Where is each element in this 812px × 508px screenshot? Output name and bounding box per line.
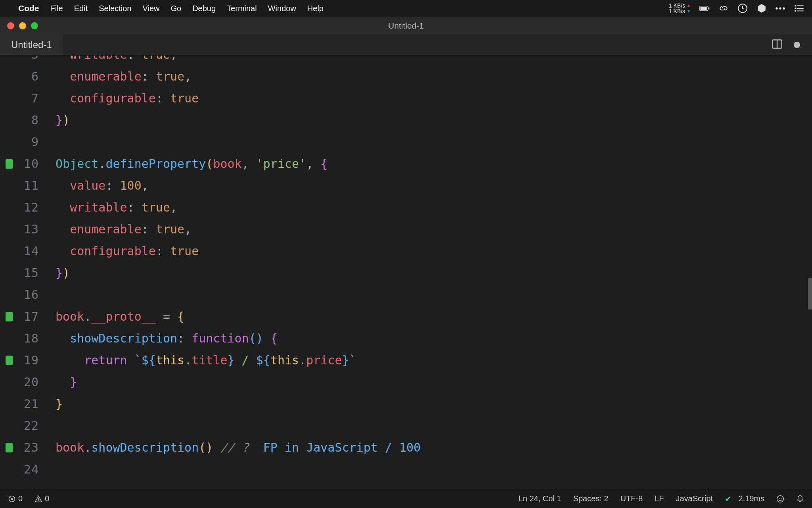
status-bell-icon[interactable] bbox=[796, 495, 804, 503]
line-number[interactable]: 7 bbox=[0, 87, 56, 109]
status-language[interactable]: JavaScript bbox=[676, 494, 712, 503]
status-encoding[interactable]: UTF-8 bbox=[620, 494, 643, 503]
network-speed-indicator[interactable]: 1 KB/s▲ 1 KB/s▼ bbox=[669, 3, 691, 14]
line-content[interactable]: } bbox=[56, 371, 77, 393]
status-warnings[interactable]: 0 bbox=[34, 494, 49, 503]
status-errors[interactable]: 0 bbox=[8, 494, 23, 503]
clock-icon[interactable] bbox=[737, 4, 748, 13]
svg-point-18 bbox=[779, 498, 779, 498]
code-line[interactable]: 9 bbox=[0, 131, 812, 153]
line-number[interactable]: 15 bbox=[0, 262, 56, 284]
svg-point-19 bbox=[781, 498, 781, 498]
code-line[interactable]: 12 writable: true, bbox=[0, 196, 812, 218]
line-content[interactable]: book.showDescription() // ? FP in JavaSc… bbox=[56, 437, 421, 458]
status-indent[interactable]: Spaces: 2 bbox=[573, 494, 609, 503]
line-number[interactable]: 10 bbox=[0, 153, 56, 175]
code-editor[interactable]: 5 writable: true,6 enumerable: true,7 co… bbox=[0, 56, 812, 489]
list-icon[interactable] bbox=[795, 4, 805, 13]
code-lines[interactable]: 5 writable: true,6 enumerable: true,7 co… bbox=[0, 56, 812, 480]
status-eol[interactable]: LF bbox=[655, 494, 664, 503]
code-line[interactable]: 20 } bbox=[0, 371, 812, 393]
app-name[interactable]: Code bbox=[18, 4, 39, 13]
line-content[interactable]: }) bbox=[56, 109, 70, 131]
scrollbar-thumb[interactable] bbox=[808, 278, 812, 310]
minimize-window-button[interactable] bbox=[19, 22, 26, 29]
code-line[interactable]: 19 return `${this.title} / ${this.price}… bbox=[0, 349, 812, 371]
line-number[interactable]: 19 bbox=[0, 349, 56, 371]
code-line[interactable]: 21} bbox=[0, 393, 812, 415]
dirty-indicator-icon[interactable] bbox=[794, 42, 800, 48]
link-icon[interactable] bbox=[718, 4, 729, 13]
menu-edit[interactable]: Edit bbox=[74, 4, 88, 13]
svg-point-16 bbox=[38, 500, 39, 501]
battery-icon[interactable] bbox=[699, 4, 710, 13]
status-cursor[interactable]: Ln 24, Col 1 bbox=[519, 494, 561, 503]
svg-rect-1 bbox=[709, 8, 709, 10]
line-content[interactable]: enumerable: true, bbox=[56, 218, 192, 240]
cube-icon[interactable] bbox=[756, 4, 767, 13]
code-line[interactable]: 5 writable: true, bbox=[0, 56, 812, 65]
menu-selection[interactable]: Selection bbox=[99, 4, 131, 13]
code-line[interactable]: 16 bbox=[0, 284, 812, 306]
line-number[interactable]: 13 bbox=[0, 218, 56, 240]
line-content[interactable]: showDescription: function() { bbox=[56, 327, 278, 349]
line-number[interactable]: 11 bbox=[0, 175, 56, 196]
fullscreen-window-button[interactable] bbox=[31, 22, 38, 29]
menu-terminal[interactable]: Terminal bbox=[227, 4, 257, 13]
code-line[interactable]: 10Object.defineProperty(book, 'price', { bbox=[0, 153, 812, 175]
line-number[interactable]: 6 bbox=[0, 65, 56, 87]
line-content[interactable]: }) bbox=[56, 262, 70, 284]
code-line[interactable]: 11 value: 100, bbox=[0, 175, 812, 196]
line-number[interactable]: 20 bbox=[0, 371, 56, 393]
tab-untitled-1[interactable]: Untitled-1 bbox=[0, 34, 63, 55]
line-number[interactable]: 16 bbox=[0, 284, 56, 306]
line-number[interactable]: 17 bbox=[0, 306, 56, 327]
code-line[interactable]: 15}) bbox=[0, 262, 812, 284]
line-content[interactable]: value: 100, bbox=[56, 175, 149, 196]
code-line[interactable]: 22 bbox=[0, 415, 812, 437]
status-quokka[interactable]: ✔ 2.19ms bbox=[725, 494, 764, 504]
line-number[interactable]: 24 bbox=[0, 458, 56, 480]
statusbar: 0 0 Ln 24, Col 1 Spaces: 2 UTF-8 LF Java… bbox=[0, 489, 812, 508]
line-content[interactable]: configurable: true bbox=[56, 87, 199, 109]
line-number[interactable]: 14 bbox=[0, 240, 56, 262]
line-number[interactable]: 22 bbox=[0, 415, 56, 437]
line-content[interactable]: return `${this.title} / ${this.price}` bbox=[56, 349, 356, 371]
code-line[interactable]: 8}) bbox=[0, 109, 812, 131]
menu-go[interactable]: Go bbox=[170, 4, 181, 13]
close-window-button[interactable] bbox=[7, 22, 14, 29]
line-content[interactable]: configurable: true bbox=[56, 240, 199, 262]
line-number[interactable]: 12 bbox=[0, 196, 56, 218]
line-number[interactable]: 8 bbox=[0, 109, 56, 131]
line-content[interactable]: } bbox=[56, 393, 63, 415]
line-number[interactable]: 5 bbox=[0, 56, 56, 65]
code-line[interactable]: 24 bbox=[0, 458, 812, 480]
menu-window[interactable]: Window bbox=[268, 4, 296, 13]
svg-point-7 bbox=[795, 5, 796, 6]
code-line[interactable]: 13 enumerable: true, bbox=[0, 218, 812, 240]
line-number[interactable]: 21 bbox=[0, 393, 56, 415]
line-content[interactable]: writable: true, bbox=[56, 56, 177, 65]
line-content[interactable]: enumerable: true, bbox=[56, 65, 192, 87]
line-content[interactable]: writable: true, bbox=[56, 196, 177, 218]
menu-view[interactable]: View bbox=[142, 4, 159, 13]
more-icon[interactable]: ••• bbox=[776, 4, 786, 13]
code-line[interactable]: 14 configurable: true bbox=[0, 240, 812, 262]
code-line[interactable]: 18 showDescription: function() { bbox=[0, 327, 812, 349]
line-number[interactable]: 18 bbox=[0, 327, 56, 349]
code-line[interactable]: 7 configurable: true bbox=[0, 87, 812, 109]
code-line[interactable]: 6 enumerable: true, bbox=[0, 65, 812, 87]
window-title: Untitled-1 bbox=[388, 21, 424, 31]
code-line[interactable]: 23book.showDescription() // ? FP in Java… bbox=[0, 437, 812, 458]
window-titlebar: Untitled-1 bbox=[0, 17, 812, 34]
menu-debug[interactable]: Debug bbox=[192, 4, 216, 13]
line-content[interactable]: book.__proto__ = { bbox=[56, 306, 184, 327]
line-content[interactable]: Object.defineProperty(book, 'price', { bbox=[56, 153, 327, 175]
menu-file[interactable]: File bbox=[50, 4, 63, 13]
split-editor-icon[interactable] bbox=[772, 38, 783, 51]
status-smiley-icon[interactable] bbox=[776, 495, 784, 503]
code-line[interactable]: 17book.__proto__ = { bbox=[0, 306, 812, 327]
menu-help[interactable]: Help bbox=[307, 4, 324, 13]
line-number[interactable]: 9 bbox=[0, 131, 56, 153]
line-number[interactable]: 23 bbox=[0, 437, 56, 458]
